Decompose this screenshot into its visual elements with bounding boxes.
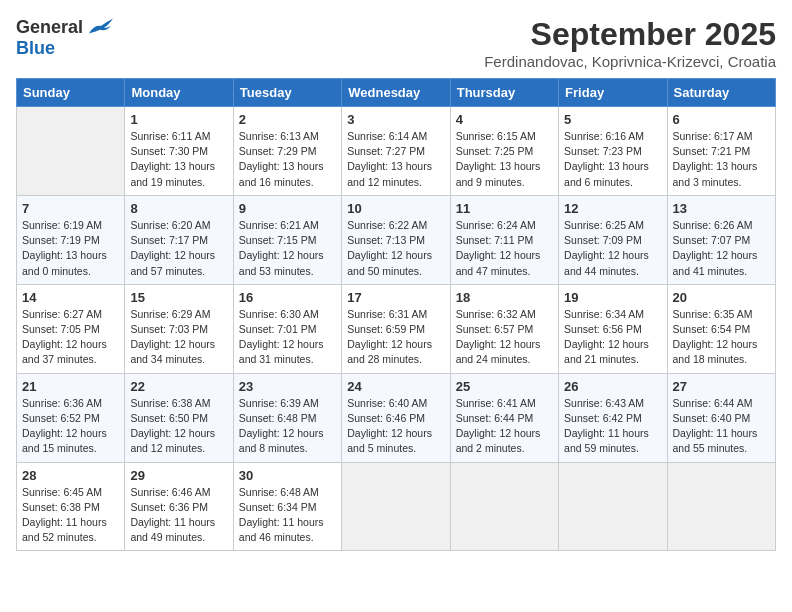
calendar-cell: 23Sunrise: 6:39 AM Sunset: 6:48 PM Dayli… xyxy=(233,373,341,462)
calendar-cell: 18Sunrise: 6:32 AM Sunset: 6:57 PM Dayli… xyxy=(450,284,558,373)
day-number: 23 xyxy=(239,379,336,394)
calendar-cell: 25Sunrise: 6:41 AM Sunset: 6:44 PM Dayli… xyxy=(450,373,558,462)
calendar-cell: 8Sunrise: 6:20 AM Sunset: 7:17 PM Daylig… xyxy=(125,195,233,284)
day-number: 18 xyxy=(456,290,553,305)
week-row-4: 21Sunrise: 6:36 AM Sunset: 6:52 PM Dayli… xyxy=(17,373,776,462)
day-info: Sunrise: 6:14 AM Sunset: 7:27 PM Dayligh… xyxy=(347,129,444,190)
day-info: Sunrise: 6:22 AM Sunset: 7:13 PM Dayligh… xyxy=(347,218,444,279)
calendar-cell xyxy=(342,462,450,551)
day-info: Sunrise: 6:36 AM Sunset: 6:52 PM Dayligh… xyxy=(22,396,119,457)
header-sunday: Sunday xyxy=(17,79,125,107)
day-number: 22 xyxy=(130,379,227,394)
day-number: 3 xyxy=(347,112,444,127)
logo-blue-text: Blue xyxy=(16,38,55,59)
day-info: Sunrise: 6:39 AM Sunset: 6:48 PM Dayligh… xyxy=(239,396,336,457)
calendar-cell: 4Sunrise: 6:15 AM Sunset: 7:25 PM Daylig… xyxy=(450,107,558,196)
day-number: 30 xyxy=(239,468,336,483)
calendar-cell: 17Sunrise: 6:31 AM Sunset: 6:59 PM Dayli… xyxy=(342,284,450,373)
logo: General Blue xyxy=(16,16,115,59)
calendar-cell: 11Sunrise: 6:24 AM Sunset: 7:11 PM Dayli… xyxy=(450,195,558,284)
calendar-cell xyxy=(450,462,558,551)
day-info: Sunrise: 6:41 AM Sunset: 6:44 PM Dayligh… xyxy=(456,396,553,457)
header-tuesday: Tuesday xyxy=(233,79,341,107)
week-row-1: 1Sunrise: 6:11 AM Sunset: 7:30 PM Daylig… xyxy=(17,107,776,196)
day-info: Sunrise: 6:15 AM Sunset: 7:25 PM Dayligh… xyxy=(456,129,553,190)
day-number: 19 xyxy=(564,290,661,305)
day-info: Sunrise: 6:11 AM Sunset: 7:30 PM Dayligh… xyxy=(130,129,227,190)
calendar-cell: 10Sunrise: 6:22 AM Sunset: 7:13 PM Dayli… xyxy=(342,195,450,284)
calendar-cell: 13Sunrise: 6:26 AM Sunset: 7:07 PM Dayli… xyxy=(667,195,775,284)
day-number: 9 xyxy=(239,201,336,216)
day-number: 12 xyxy=(564,201,661,216)
day-info: Sunrise: 6:13 AM Sunset: 7:29 PM Dayligh… xyxy=(239,129,336,190)
day-number: 7 xyxy=(22,201,119,216)
calendar-cell: 6Sunrise: 6:17 AM Sunset: 7:21 PM Daylig… xyxy=(667,107,775,196)
week-row-2: 7Sunrise: 6:19 AM Sunset: 7:19 PM Daylig… xyxy=(17,195,776,284)
day-info: Sunrise: 6:48 AM Sunset: 6:34 PM Dayligh… xyxy=(239,485,336,546)
calendar-cell xyxy=(17,107,125,196)
calendar-cell: 3Sunrise: 6:14 AM Sunset: 7:27 PM Daylig… xyxy=(342,107,450,196)
week-row-3: 14Sunrise: 6:27 AM Sunset: 7:05 PM Dayli… xyxy=(17,284,776,373)
day-info: Sunrise: 6:46 AM Sunset: 6:36 PM Dayligh… xyxy=(130,485,227,546)
calendar-cell: 5Sunrise: 6:16 AM Sunset: 7:23 PM Daylig… xyxy=(559,107,667,196)
day-number: 4 xyxy=(456,112,553,127)
day-info: Sunrise: 6:32 AM Sunset: 6:57 PM Dayligh… xyxy=(456,307,553,368)
calendar-cell: 30Sunrise: 6:48 AM Sunset: 6:34 PM Dayli… xyxy=(233,462,341,551)
day-info: Sunrise: 6:34 AM Sunset: 6:56 PM Dayligh… xyxy=(564,307,661,368)
title-block: September 2025 Ferdinandovac, Koprivnica… xyxy=(484,16,776,70)
calendar-cell: 21Sunrise: 6:36 AM Sunset: 6:52 PM Dayli… xyxy=(17,373,125,462)
calendar-title: September 2025 xyxy=(484,16,776,53)
day-number: 11 xyxy=(456,201,553,216)
day-info: Sunrise: 6:44 AM Sunset: 6:40 PM Dayligh… xyxy=(673,396,770,457)
day-number: 21 xyxy=(22,379,119,394)
day-info: Sunrise: 6:21 AM Sunset: 7:15 PM Dayligh… xyxy=(239,218,336,279)
calendar-cell: 28Sunrise: 6:45 AM Sunset: 6:38 PM Dayli… xyxy=(17,462,125,551)
calendar-cell: 19Sunrise: 6:34 AM Sunset: 6:56 PM Dayli… xyxy=(559,284,667,373)
logo-general-text: General xyxy=(16,17,83,38)
logo-bird-icon xyxy=(87,16,115,38)
calendar-cell: 12Sunrise: 6:25 AM Sunset: 7:09 PM Dayli… xyxy=(559,195,667,284)
calendar-cell: 29Sunrise: 6:46 AM Sunset: 6:36 PM Dayli… xyxy=(125,462,233,551)
day-info: Sunrise: 6:26 AM Sunset: 7:07 PM Dayligh… xyxy=(673,218,770,279)
day-number: 29 xyxy=(130,468,227,483)
day-info: Sunrise: 6:17 AM Sunset: 7:21 PM Dayligh… xyxy=(673,129,770,190)
day-number: 17 xyxy=(347,290,444,305)
calendar-cell: 24Sunrise: 6:40 AM Sunset: 6:46 PM Dayli… xyxy=(342,373,450,462)
calendar-cell: 22Sunrise: 6:38 AM Sunset: 6:50 PM Dayli… xyxy=(125,373,233,462)
day-number: 5 xyxy=(564,112,661,127)
day-info: Sunrise: 6:20 AM Sunset: 7:17 PM Dayligh… xyxy=(130,218,227,279)
day-number: 1 xyxy=(130,112,227,127)
calendar-cell: 26Sunrise: 6:43 AM Sunset: 6:42 PM Dayli… xyxy=(559,373,667,462)
page-header: General Blue September 2025 Ferdinandova… xyxy=(16,16,776,70)
calendar-cell: 1Sunrise: 6:11 AM Sunset: 7:30 PM Daylig… xyxy=(125,107,233,196)
day-info: Sunrise: 6:16 AM Sunset: 7:23 PM Dayligh… xyxy=(564,129,661,190)
calendar-body: 1Sunrise: 6:11 AM Sunset: 7:30 PM Daylig… xyxy=(17,107,776,551)
calendar-subtitle: Ferdinandovac, Koprivnica-Krizevci, Croa… xyxy=(484,53,776,70)
day-info: Sunrise: 6:43 AM Sunset: 6:42 PM Dayligh… xyxy=(564,396,661,457)
day-info: Sunrise: 6:27 AM Sunset: 7:05 PM Dayligh… xyxy=(22,307,119,368)
day-info: Sunrise: 6:19 AM Sunset: 7:19 PM Dayligh… xyxy=(22,218,119,279)
day-number: 27 xyxy=(673,379,770,394)
calendar-table: SundayMondayTuesdayWednesdayThursdayFrid… xyxy=(16,78,776,551)
day-info: Sunrise: 6:31 AM Sunset: 6:59 PM Dayligh… xyxy=(347,307,444,368)
header-thursday: Thursday xyxy=(450,79,558,107)
calendar-cell: 20Sunrise: 6:35 AM Sunset: 6:54 PM Dayli… xyxy=(667,284,775,373)
day-number: 8 xyxy=(130,201,227,216)
day-number: 28 xyxy=(22,468,119,483)
calendar-header: SundayMondayTuesdayWednesdayThursdayFrid… xyxy=(17,79,776,107)
day-info: Sunrise: 6:40 AM Sunset: 6:46 PM Dayligh… xyxy=(347,396,444,457)
calendar-cell: 2Sunrise: 6:13 AM Sunset: 7:29 PM Daylig… xyxy=(233,107,341,196)
calendar-cell: 9Sunrise: 6:21 AM Sunset: 7:15 PM Daylig… xyxy=(233,195,341,284)
calendar-cell: 14Sunrise: 6:27 AM Sunset: 7:05 PM Dayli… xyxy=(17,284,125,373)
day-info: Sunrise: 6:38 AM Sunset: 6:50 PM Dayligh… xyxy=(130,396,227,457)
calendar-cell xyxy=(667,462,775,551)
day-number: 20 xyxy=(673,290,770,305)
day-info: Sunrise: 6:24 AM Sunset: 7:11 PM Dayligh… xyxy=(456,218,553,279)
calendar-cell: 7Sunrise: 6:19 AM Sunset: 7:19 PM Daylig… xyxy=(17,195,125,284)
day-number: 16 xyxy=(239,290,336,305)
day-info: Sunrise: 6:45 AM Sunset: 6:38 PM Dayligh… xyxy=(22,485,119,546)
day-info: Sunrise: 6:25 AM Sunset: 7:09 PM Dayligh… xyxy=(564,218,661,279)
day-info: Sunrise: 6:29 AM Sunset: 7:03 PM Dayligh… xyxy=(130,307,227,368)
day-number: 13 xyxy=(673,201,770,216)
day-number: 2 xyxy=(239,112,336,127)
